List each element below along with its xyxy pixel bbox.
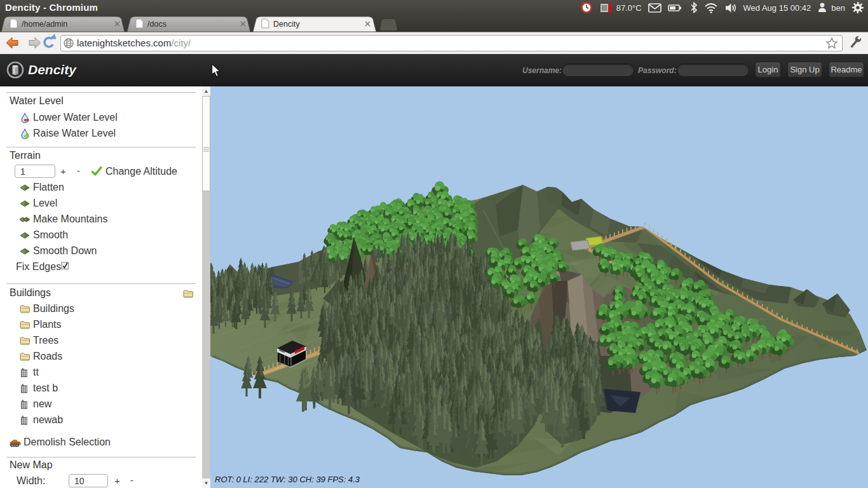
svg-text:/docs: /docs (147, 20, 166, 29)
svg-text:Dencity: Dencity (273, 20, 300, 29)
svg-text:/home/admin: /home/admin (22, 20, 67, 29)
